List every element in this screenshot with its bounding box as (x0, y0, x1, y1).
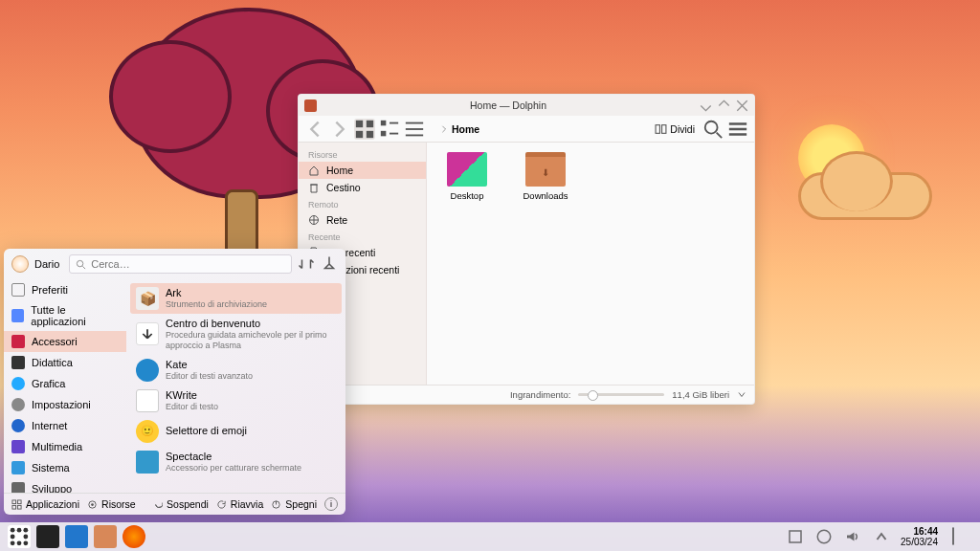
taskbar-firefox[interactable] (122, 525, 145, 548)
search-icon (76, 259, 86, 270)
place-network[interactable]: Rete (299, 211, 426, 229)
footer-places-tab[interactable]: Risorse (87, 498, 136, 510)
footer-apps-tab[interactable]: Applicazioni (11, 498, 79, 510)
launcher-footer: Applicazioni Risorse Sospendi Riavvia Sp… (4, 493, 345, 515)
category-settings[interactable]: Impostazioni (4, 394, 126, 415)
svg-point-22 (91, 503, 94, 506)
folder-icon: ⬇︎ (525, 152, 566, 187)
app-launcher-button[interactable] (8, 525, 31, 548)
svg-rect-11 (656, 124, 659, 133)
tray-calendar-icon[interactable] (952, 528, 969, 545)
zoom-slider[interactable] (578, 393, 664, 396)
clock[interactable]: 16:44 25/03/24 (901, 526, 938, 547)
svg-rect-2 (356, 130, 363, 137)
breadcrumb-home[interactable]: Home (452, 123, 479, 135)
restart-button[interactable]: Riavvia (216, 498, 263, 510)
pin-button[interactable] (321, 255, 338, 273)
svg-rect-32 (790, 531, 801, 542)
svg-point-30 (17, 540, 22, 545)
chevron-down-icon[interactable] (737, 386, 746, 404)
split-view-button[interactable]: Dividi (651, 119, 699, 140)
maximize-button[interactable] (718, 99, 730, 112)
category-development[interactable]: Sviluppo (4, 478, 126, 493)
place-home[interactable]: Home (299, 162, 426, 179)
svg-rect-10 (406, 134, 423, 136)
svg-rect-12 (662, 124, 666, 133)
tray-klipper-icon[interactable] (787, 528, 804, 545)
view-compact-button[interactable] (379, 119, 400, 140)
titlebar[interactable]: Home — Dolphin (299, 95, 754, 116)
folder-desktop[interactable]: Desktop (440, 152, 494, 201)
files-view[interactable]: Desktop ⬇︎ Downloads (427, 143, 754, 385)
svg-rect-1 (367, 120, 373, 126)
search-input[interactable] (69, 254, 292, 274)
folder-icon (447, 152, 487, 187)
taskbar: 16:44 25/03/24 (0, 522, 980, 551)
svg-point-16 (78, 260, 83, 266)
app-kwrite[interactable]: KWriteEditor di testo (130, 386, 342, 416)
shutdown-button[interactable]: Spegni (271, 498, 317, 510)
svg-point-29 (11, 540, 15, 545)
svg-point-31 (23, 540, 28, 545)
place-trash[interactable]: Cestino (299, 179, 426, 196)
places-header-risorse: Risorse (299, 146, 426, 162)
username: Dario (34, 258, 59, 270)
categories-list: Preferiti Tutte le applicazioni Accessor… (4, 279, 126, 493)
svg-rect-18 (17, 499, 21, 503)
hamburger-menu-button[interactable] (727, 119, 748, 140)
breadcrumb[interactable]: Home (434, 121, 485, 137)
app-emoji-picker[interactable]: 🙂Selettore di emoji (130, 416, 342, 447)
taskbar-settings[interactable] (65, 525, 88, 548)
zoom-label: Ingrandimento: (510, 389, 570, 400)
search-button[interactable] (702, 119, 724, 140)
forward-button[interactable] (329, 119, 350, 140)
apps-list: 📦ArkStrumento di archiviazione Centro di… (126, 279, 345, 493)
view-details-button[interactable] (404, 119, 425, 140)
tray-network-icon[interactable] (815, 528, 833, 545)
category-internet[interactable]: Internet (4, 415, 126, 436)
application-launcher: Dario Preferiti Tutte le applicazioni Ac… (4, 249, 345, 515)
category-system[interactable]: Sistema (4, 457, 126, 478)
svg-rect-8 (406, 121, 423, 123)
app-kate[interactable]: KateEditor di testi avanzato (130, 355, 342, 386)
user-avatar[interactable] (11, 255, 29, 273)
minimize-button[interactable] (700, 99, 712, 112)
app-welcome[interactable]: Centro di benvenutoProcedura guidata ami… (130, 314, 342, 355)
svg-point-26 (23, 528, 28, 533)
svg-point-25 (17, 528, 22, 533)
places-header-remoto: Remoto (299, 196, 426, 211)
category-graphics[interactable]: Grafica (4, 373, 126, 394)
search-field[interactable] (91, 258, 285, 270)
file-manager-window: Home — Dolphin Home Dividi Risorse Home … (298, 94, 755, 405)
taskbar-dolphin[interactable] (94, 525, 117, 548)
clock-date: 25/03/24 (901, 537, 938, 547)
app-spectacle[interactable]: SpectacleAccessorio per catturare scherm… (130, 447, 342, 477)
toolbar: Home Dividi (299, 116, 754, 143)
svg-point-27 (11, 535, 15, 540)
folder-downloads[interactable]: ⬇︎ Downloads (519, 152, 572, 201)
tray-volume-icon[interactable] (844, 528, 861, 545)
svg-rect-5 (381, 130, 387, 136)
svg-point-33 (817, 530, 831, 543)
svg-rect-7 (390, 132, 398, 134)
svg-rect-0 (356, 120, 363, 126)
svg-rect-20 (17, 505, 21, 509)
view-icons-button[interactable] (354, 119, 375, 140)
suspend-button[interactable]: Sospendi (152, 498, 209, 510)
svg-point-28 (23, 535, 28, 540)
svg-point-13 (705, 121, 718, 133)
category-favorites[interactable]: Preferiti (4, 279, 126, 300)
info-button[interactable]: i (324, 497, 338, 511)
category-multimedia[interactable]: Multimedia (4, 436, 126, 457)
back-button[interactable] (304, 119, 325, 140)
category-accessories[interactable]: Accessori (4, 331, 126, 352)
tray-chevron-up-icon[interactable] (873, 528, 890, 545)
svg-rect-19 (12, 505, 16, 509)
category-all-apps[interactable]: Tutte le applicazioni (4, 300, 126, 331)
taskbar-konsole[interactable] (36, 525, 59, 548)
app-ark[interactable]: 📦ArkStrumento di archiviazione (130, 283, 342, 314)
places-header-recente: Recente (299, 229, 426, 244)
category-education[interactable]: Didattica (4, 352, 126, 373)
close-button[interactable] (736, 99, 748, 112)
sort-button[interactable] (298, 255, 315, 273)
